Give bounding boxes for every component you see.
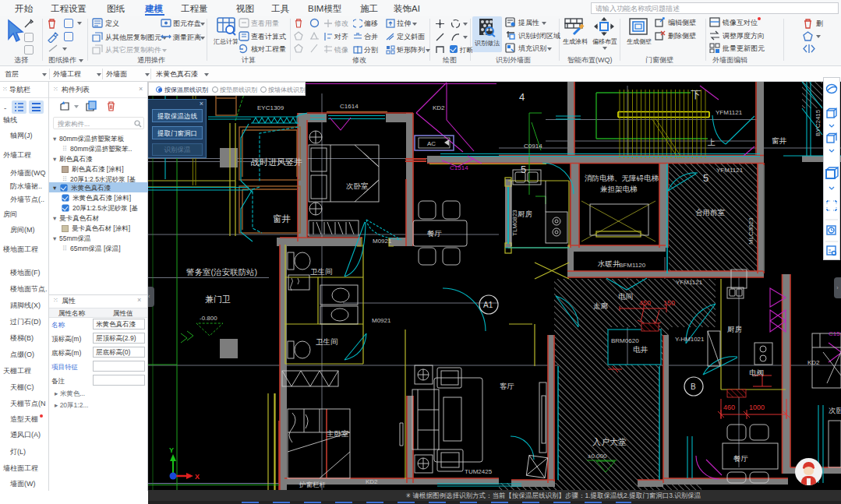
svg-text:电间: 电间 [618, 292, 633, 301]
svg-text:KD2: KD2 [807, 359, 820, 366]
svg-text:窗井: 窗井 [772, 136, 787, 145]
svg-text:C1614: C1614 [340, 103, 359, 110]
svg-text:Y-HM1021: Y-HM1021 [675, 336, 705, 343]
svg-text:YFM1121: YFM1121 [716, 167, 744, 174]
svg-text:走廊: 走廊 [593, 301, 609, 310]
svg-text:次卧: 次卧 [829, 406, 841, 414]
svg-text:护窗栏杆: 护窗栏杆 [299, 481, 327, 488]
svg-text:TUM2425: TUM2425 [465, 468, 493, 475]
svg-text:B: B [691, 382, 696, 391]
svg-text:BYC2415: BYC2415 [814, 109, 822, 136]
svg-text:警务室(治安联防站): 警务室(治安联防站) [186, 267, 257, 277]
svg-text:C1514: C1514 [450, 164, 468, 171]
svg-text:C1514: C1514 [829, 330, 841, 337]
svg-text:X: X [195, 473, 200, 481]
svg-text:BRM0620: BRM0620 [611, 337, 639, 344]
svg-text:上: 上 [707, 138, 716, 146]
svg-text:EYC1309: EYC1309 [257, 104, 284, 111]
svg-text:MLC3023: MLC3023 [747, 217, 754, 245]
svg-text:战时进风竖井: 战时进风竖井 [251, 157, 302, 167]
svg-text:YFM1121: YFM1121 [676, 279, 703, 286]
svg-text:入户大堂: 入户大堂 [592, 437, 627, 446]
svg-text:±0.000: ±0.000 [588, 453, 607, 460]
svg-text:C0914: C0914 [524, 143, 542, 150]
svg-text:餐厅: 餐厅 [427, 229, 442, 238]
svg-text:厨房: 厨房 [727, 325, 743, 333]
svg-text:电井: 电井 [633, 345, 648, 354]
svg-text:KD2: KD2 [366, 478, 378, 485]
svg-text:主卧室: 主卧室 [327, 429, 349, 438]
svg-text:卫生间: 卫生间 [316, 337, 338, 346]
svg-text:电阀: 电阀 [749, 368, 764, 377]
svg-text:460: 460 [723, 404, 735, 411]
svg-text:水暖井: 水暖井 [597, 259, 620, 268]
svg-text:下: 下 [691, 89, 701, 100]
svg-text:5: 5 [521, 164, 526, 175]
svg-text:A1: A1 [483, 301, 493, 309]
svg-text:次卧室: 次卧室 [346, 182, 369, 190]
svg-text:厨房: 厨房 [518, 210, 533, 218]
svg-text:M0921: M0921 [372, 317, 391, 324]
svg-text:窗井: 窗井 [273, 214, 292, 224]
svg-text:TLM0823: TLM0823 [511, 210, 518, 236]
svg-text:餐厅: 餐厅 [733, 454, 748, 463]
svg-text:AC: AC [427, 140, 436, 147]
svg-text:客厅: 客厅 [500, 382, 514, 390]
svg-text:150: 150 [663, 299, 675, 307]
svg-text:-0.800: -0.800 [200, 315, 217, 322]
svg-text:合用前室: 合用前室 [695, 208, 725, 217]
svg-text:卫生间: 卫生间 [310, 267, 333, 276]
svg-text:Y: Y [169, 446, 174, 454]
svg-text:消防电梯、无障碍电梯: 消防电梯、无障碍电梯 [585, 174, 659, 182]
svg-text:4: 4 [519, 91, 525, 103]
svg-text:兼担架电梯: 兼担架电梯 [600, 185, 638, 193]
svg-text:M0921: M0921 [373, 238, 392, 245]
svg-text:450: 450 [639, 299, 651, 307]
svg-text:5: 5 [703, 172, 708, 184]
svg-text:1000: 1000 [749, 404, 765, 411]
svg-text:YFM1121: YFM1121 [716, 109, 743, 116]
svg-text:KD2: KD2 [433, 104, 445, 111]
svg-text:兼门卫: 兼门卫 [205, 294, 231, 304]
svg-text:BFM1120: BFM1120 [619, 262, 646, 269]
